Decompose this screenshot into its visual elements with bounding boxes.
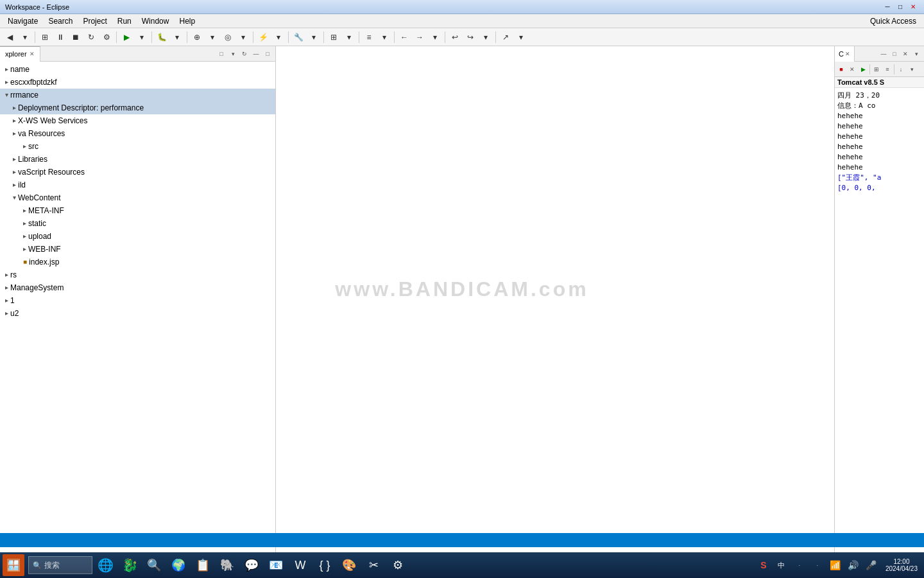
- taskbar-wechat[interactable]: 💬: [240, 555, 263, 575]
- explorer-sync-btn[interactable]: ↻: [239, 49, 250, 59]
- taskbar-mail[interactable]: 📧: [264, 555, 287, 575]
- menu-help[interactable]: Help: [174, 15, 200, 27]
- tray-dot2[interactable]: ·: [810, 555, 825, 575]
- tree-item-java-resources[interactable]: ▸ va Resources: [0, 127, 275, 140]
- toolbar-pause-button[interactable]: ⏸: [53, 30, 67, 44]
- taskbar-notes[interactable]: 🐘: [216, 555, 239, 575]
- toolbar-btn-8[interactable]: ▾: [236, 30, 250, 44]
- menu-search[interactable]: Search: [43, 15, 78, 27]
- close-button[interactable]: ✕: [907, 2, 919, 12]
- toolbar-btn-13[interactable]: ⊞: [327, 30, 341, 44]
- tray-sogou[interactable]: S: [756, 555, 771, 575]
- toolbar-debug-dropdown[interactable]: ▾: [170, 30, 184, 44]
- tree-item-manage-system[interactable]: ▸ ManageSystem: [0, 281, 275, 294]
- tree-item-static[interactable]: ▸ static: [0, 217, 275, 230]
- taskbar-code[interactable]: { }: [313, 555, 336, 575]
- explorer-tab[interactable]: xplorer ✕: [0, 46, 40, 62]
- toolbar-btn-20[interactable]: ↩: [448, 30, 462, 44]
- tree-item-webcontent[interactable]: ▾ WebContent: [0, 191, 275, 204]
- maximize-button[interactable]: □: [894, 2, 906, 12]
- taskbar-snip[interactable]: ✂: [362, 555, 385, 575]
- console-stop-btn[interactable]: ■: [836, 64, 846, 74]
- console-view-btn[interactable]: ▾: [907, 64, 917, 74]
- console-action-minimize[interactable]: —: [878, 49, 889, 59]
- explorer-filter-btn[interactable]: ▾: [228, 49, 238, 59]
- tree-item-performance[interactable]: ▾ rrmance: [0, 89, 275, 101]
- explorer-minimize-btn[interactable]: □: [216, 49, 227, 59]
- toolbar-btn-9[interactable]: ⚡: [256, 30, 270, 44]
- taskbar-settings[interactable]: ⚙: [386, 555, 409, 575]
- toolbar-run-button[interactable]: ▶: [119, 30, 133, 44]
- taskbar-search[interactable]: 🔍 搜索: [28, 556, 92, 574]
- console-action-close[interactable]: ✕: [900, 49, 911, 59]
- toolbar-btn-22[interactable]: ▾: [479, 30, 493, 44]
- taskbar-files[interactable]: 🔍: [142, 555, 166, 575]
- tree-item-name[interactable]: ▸ name: [0, 63, 275, 76]
- toolbar-btn-18[interactable]: →: [413, 30, 427, 44]
- tray-volume[interactable]: 🔊: [846, 555, 861, 575]
- toolbar-btn-11[interactable]: 🔧: [291, 30, 305, 44]
- tray-network[interactable]: 📶: [828, 555, 843, 575]
- toolbar-btn-5[interactable]: ⊕: [190, 30, 204, 44]
- toolbar-btn-15[interactable]: ≡: [362, 30, 376, 44]
- toolbar-refresh-button[interactable]: ↻: [84, 30, 98, 44]
- console-tab[interactable]: C ✕: [835, 46, 855, 62]
- toolbar-btn-23[interactable]: ↗: [499, 30, 513, 44]
- toolbar-stop-button[interactable]: ⏹: [69, 30, 83, 44]
- tree-item-1[interactable]: ▸ 1: [0, 294, 275, 307]
- taskbar-folder[interactable]: 🐉: [118, 555, 141, 575]
- console-scroll-btn[interactable]: ↓: [896, 64, 906, 74]
- tree-item-js-resources[interactable]: ▸ vaScript Resources: [0, 166, 275, 179]
- tree-item-rs[interactable]: ▸ rs: [0, 268, 275, 281]
- toolbar-btn-16[interactable]: ▾: [377, 30, 391, 44]
- toolbar-btn-17[interactable]: ←: [397, 30, 411, 44]
- console-action-maximize[interactable]: □: [889, 49, 900, 59]
- tree-item-index-jsp[interactable]: ■ index.jsp: [0, 256, 275, 268]
- toolbar-new-button[interactable]: ⊞: [38, 30, 52, 44]
- tray-mic[interactable]: 🎤: [864, 555, 879, 575]
- toolbar-btn-6[interactable]: ▾: [205, 30, 219, 44]
- toolbar-btn-19[interactable]: ▾: [428, 30, 442, 44]
- console-copy-btn[interactable]: ⊞: [871, 64, 882, 74]
- toolbar-btn-7[interactable]: ◎: [221, 30, 235, 44]
- explorer-collapse-btn[interactable]: —: [251, 49, 261, 59]
- minimize-button[interactable]: ─: [882, 2, 893, 12]
- toolbar-btn-21[interactable]: ↪: [463, 30, 477, 44]
- system-clock[interactable]: 12:00 2024/04/23: [882, 558, 921, 572]
- taskbar-paint[interactable]: 🎨: [338, 555, 361, 575]
- toolbar-back-button[interactable]: ◀: [3, 30, 17, 44]
- console-run-btn[interactable]: ▶: [858, 64, 868, 74]
- menu-navigate[interactable]: Navigate: [3, 15, 43, 27]
- console-close-btn[interactable]: ✕: [847, 64, 857, 74]
- toolbar-btn-24[interactable]: ▾: [514, 30, 528, 44]
- tree-item-meta-inf[interactable]: ▸ META-INF: [0, 204, 275, 217]
- toolbar-btn-14[interactable]: ▾: [342, 30, 356, 44]
- tray-input-method[interactable]: 中: [774, 555, 789, 575]
- toolbar-settings-button[interactable]: ⚙: [99, 30, 114, 44]
- taskbar-ie[interactable]: 🌐: [94, 555, 117, 575]
- taskbar-tasks[interactable]: 📋: [191, 555, 214, 575]
- taskbar-chrome[interactable]: 🌍: [167, 555, 190, 575]
- tree-item-u2[interactable]: ▸ u2: [0, 307, 275, 320]
- toolbar-btn-10[interactable]: ▾: [271, 30, 286, 44]
- tree-item-upload[interactable]: ▸ upload: [0, 230, 275, 243]
- explorer-maximize-btn[interactable]: □: [262, 49, 273, 59]
- tree-item-web-inf[interactable]: ▸ WEB-INF: [0, 243, 275, 256]
- toolbar-forward-button[interactable]: ▾: [18, 30, 32, 44]
- explorer-tab-close[interactable]: ✕: [30, 51, 35, 57]
- tree-item-deployment[interactable]: ▸ Deployment Descriptor: performance: [0, 101, 275, 114]
- tree-item-escxx[interactable]: ▸ escxxfbptdzkf: [0, 76, 275, 89]
- menu-run[interactable]: Run: [112, 15, 137, 27]
- tray-dot1[interactable]: ·: [792, 555, 807, 575]
- menu-project[interactable]: Project: [78, 15, 112, 27]
- toolbar-btn-12[interactable]: ▾: [307, 30, 321, 44]
- start-button[interactable]: 🪟: [3, 554, 24, 576]
- tree-item-src[interactable]: ▸ src: [0, 140, 275, 153]
- tree-item-build[interactable]: ▸ ild: [0, 179, 275, 191]
- console-action-menu[interactable]: ▾: [911, 49, 921, 59]
- toolbar-run-dropdown[interactable]: ▾: [135, 30, 149, 44]
- tree-item-libraries[interactable]: ▸ Libraries: [0, 153, 275, 166]
- menu-window[interactable]: Window: [137, 15, 175, 27]
- console-paste-btn[interactable]: ≡: [882, 64, 893, 74]
- console-tab-close[interactable]: ✕: [845, 51, 850, 57]
